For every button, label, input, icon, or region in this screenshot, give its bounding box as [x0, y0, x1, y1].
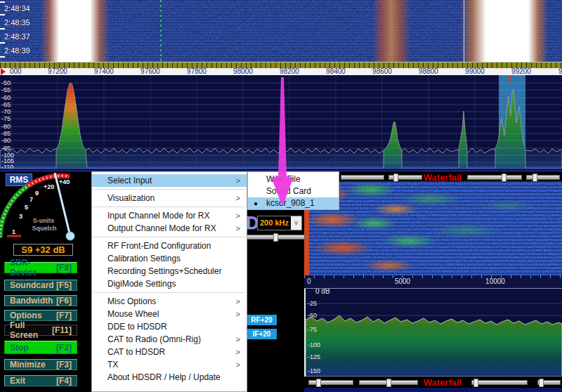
- menu-separator: [93, 189, 245, 190]
- bandwidth-select[interactable]: 200 kHz ∨: [257, 216, 302, 230]
- bottom-border: [304, 388, 562, 392]
- db-label: -85: [1, 130, 11, 137]
- bandwidth-button[interactable]: Bandwidth[F6]: [4, 295, 77, 306]
- timestamp: 2:48:37: [4, 32, 30, 41]
- waterfall-bottom-controls: Waterfall: [304, 377, 562, 388]
- rf-spectrum-display[interactable]: 0 dB -25 -50 -75 -100 -125 -150: [304, 289, 562, 377]
- menu-separator: [93, 207, 245, 207]
- menu-item-tx[interactable]: TX>: [92, 358, 247, 371]
- db-label: -60: [1, 94, 11, 101]
- freq-label: 99200: [511, 67, 531, 75]
- waterfall-signal-blobs: [304, 181, 562, 275]
- menu-item-calibration[interactable]: Calibration Settings: [92, 252, 247, 265]
- time-tick: [0, 28, 5, 30]
- menu-item-recording[interactable]: Recording Settings+Scheduler: [92, 265, 247, 277]
- slider[interactable]: [526, 175, 560, 180]
- menu-item-output-channel-mode[interactable]: Output Channel Mode for RX>: [92, 222, 247, 235]
- slider[interactable]: [537, 380, 561, 385]
- pointer-arrow: [270, 74, 298, 209]
- slider[interactable]: [359, 380, 418, 385]
- menu-item-visualization[interactable]: Visualization>: [92, 192, 247, 204]
- submenu-arrow-icon: >: [236, 346, 240, 358]
- rf-spectrum-plot: [306, 289, 562, 377]
- menu-item-select-input[interactable]: Select Input>: [92, 174, 247, 187]
- rf-gain-button[interactable]: RF+20: [247, 315, 277, 325]
- freq-label: 97400: [94, 67, 114, 75]
- stop-button[interactable]: Stop[F2]: [4, 341, 77, 354]
- fullscreen-button[interactable]: Full Screen[F11]: [4, 325, 77, 336]
- slider[interactable]: [471, 380, 528, 385]
- freq-label: 98800: [419, 67, 438, 75]
- freq-label: 97200: [48, 67, 67, 75]
- menu-item-cat-to-hdsdr[interactable]: CAT to HDSDR>: [92, 346, 247, 358]
- time-tick: [0, 56, 5, 58]
- menu-item-dde[interactable]: DDE to HDSDR: [92, 320, 247, 333]
- submenu-arrow-icon: >: [236, 308, 240, 320]
- submenu-arrow-icon: >: [236, 222, 240, 235]
- slider[interactable]: [341, 175, 384, 180]
- scale-9: 9: [35, 190, 39, 197]
- menu-separator: [93, 292, 245, 293]
- waterfall-section-label: Waterfall: [424, 377, 462, 388]
- main-context-menu: Select Input> Visualization> Input Chann…: [91, 171, 247, 392]
- rf-db-label: -25: [308, 300, 317, 307]
- db-label: -65: [1, 101, 11, 108]
- timestamp: 2:48:34: [4, 4, 30, 13]
- top-waterfall-display[interactable]: 2:48:34 2:48:35 2:48:37 2:48:39: [0, 0, 562, 62]
- scale-20: +20: [44, 183, 54, 190]
- db-label: -80: [1, 123, 11, 130]
- menu-item-input-channel-mode[interactable]: Input Channel Mode for RX>: [92, 209, 247, 222]
- db-label: -70: [1, 108, 11, 115]
- rf-freq-label: 10000: [485, 277, 505, 285]
- freq-label: 97800: [187, 67, 207, 75]
- freq-label: 000: [10, 67, 22, 75]
- menu-item-misc-options[interactable]: Misc Options>: [92, 295, 247, 308]
- menu-item-digimode[interactable]: DigiMode Settings: [92, 277, 247, 290]
- submenu-arrow-icon: >: [236, 358, 240, 371]
- freq-label: 99000: [465, 67, 485, 75]
- slider-handle[interactable]: [316, 379, 321, 387]
- rf-noise-floor-trace: [306, 315, 562, 377]
- scale-5: 5: [25, 204, 28, 211]
- menu-item-rf-frontend[interactable]: RF Front-End Configuration: [92, 240, 247, 252]
- freq-label: 98600: [372, 67, 392, 75]
- submenu-arrow-icon: >: [236, 209, 240, 222]
- if-gain-button[interactable]: IF+20: [247, 329, 277, 339]
- db-label: -90: [1, 137, 11, 144]
- slider-handle[interactable]: [273, 233, 278, 242]
- db-label: -50: [1, 79, 11, 86]
- chevron-down-icon[interactable]: ∨: [291, 216, 301, 230]
- slider[interactable]: [388, 175, 422, 180]
- menu-item-mouse-wheel[interactable]: Mouse Wheel>: [92, 308, 247, 320]
- hdsdr-window: 2:48:34 2:48:35 2:48:37 2:48:39 000 9720…: [0, 0, 562, 392]
- scale-1: 1: [12, 228, 15, 235]
- rf-frequency-scale[interactable]: 0 5000 10000: [304, 275, 562, 289]
- soundcard-button[interactable]: Soundcard[F5]: [4, 280, 77, 291]
- scale-40: +40: [59, 178, 70, 185]
- menu-item-cat-to-radio[interactable]: CAT to Radio (Omni-Rig)>: [92, 333, 247, 346]
- smeter-panel: RMS 1 3 5 7 9 +20 +40 S-units Squelch S9…: [0, 171, 91, 392]
- rf-freq-label: 5000: [395, 277, 410, 285]
- exit-button[interactable]: Exit[F4]: [4, 375, 77, 386]
- bandwidth-slider[interactable]: [246, 235, 305, 240]
- slider-handle[interactable]: [539, 379, 544, 387]
- bandwidth-value: 200 kHz: [258, 216, 291, 230]
- time-tick: [0, 42, 5, 44]
- slider[interactable]: [308, 380, 353, 385]
- minimize-button[interactable]: Minimize[F3]: [4, 359, 77, 370]
- menu-item-about[interactable]: About HDSDR / Help / Update: [92, 371, 247, 384]
- options-button[interactable]: Options[F7]: [4, 310, 77, 321]
- rf-db-label: -75: [308, 326, 317, 333]
- sdr-device-button[interactable]: SDR-Device[F8]: [4, 262, 77, 273]
- rf-waterfall-display[interactable]: [304, 181, 562, 275]
- tune-marker-icon: [1, 68, 6, 75]
- scale-7: 7: [30, 196, 33, 203]
- slider-handle[interactable]: [473, 379, 478, 387]
- slider-handle[interactable]: [386, 379, 391, 387]
- timestamp: 2:48:39: [4, 46, 30, 55]
- db-label: -55: [1, 86, 11, 93]
- time-tick: [0, 14, 5, 15]
- s-units-label: S-units: [33, 217, 55, 224]
- slider[interactable]: [467, 175, 522, 180]
- submenu-arrow-icon: >: [236, 333, 240, 346]
